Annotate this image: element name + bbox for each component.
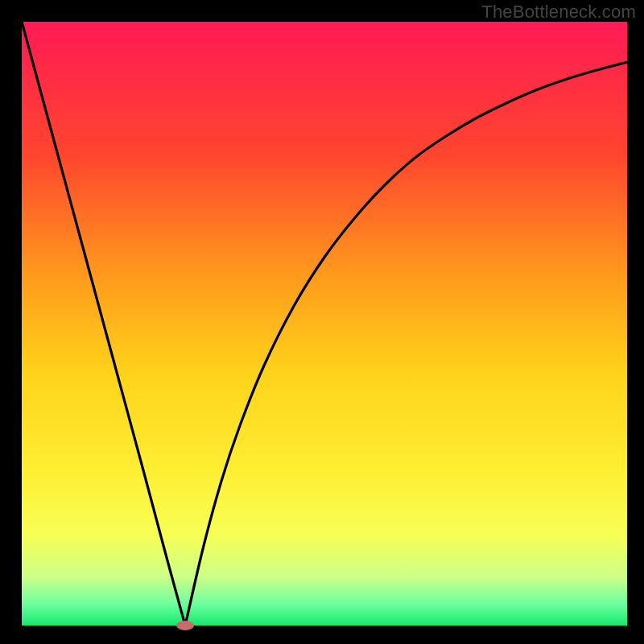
bottleneck-chart — [0, 0, 644, 644]
plot-background — [22, 22, 627, 625]
bottleneck-marker — [176, 621, 194, 630]
chart-frame: TheBottleneck.com — [0, 0, 644, 644]
attribution-text: TheBottleneck.com — [481, 2, 636, 23]
